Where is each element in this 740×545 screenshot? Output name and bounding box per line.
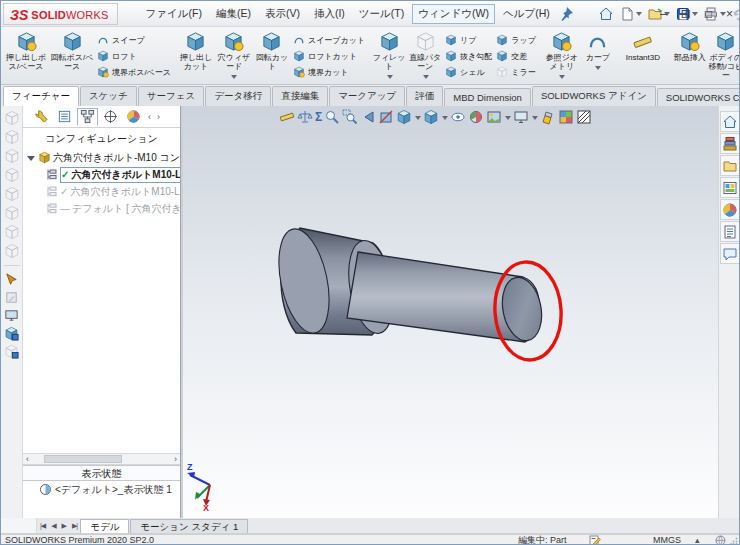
resize-grip[interactable] [730, 537, 738, 545]
new-dropdown-caret-icon[interactable] [636, 12, 642, 19]
insert-part-button[interactable]: 部品挿入 [672, 28, 708, 62]
configurationmanager-tab[interactable] [77, 108, 98, 126]
selection-tool-icon[interactable] [4, 272, 19, 287]
next-tab-icon[interactable]: ▶ [59, 522, 69, 530]
linear-pattern-button[interactable]: 直線パターン [407, 28, 443, 82]
tab-solidworks-addins[interactable]: SOLIDWORKS アドイン [532, 86, 656, 106]
close-button[interactable]: × [726, 7, 733, 21]
view-tool-cube-icon[interactable] [4, 129, 20, 145]
display-state-item[interactable]: <デフォルト>_表示状態 1 [23, 481, 180, 498]
annotation-tool-icon[interactable] [4, 290, 19, 305]
model-tab[interactable]: モデル [80, 519, 129, 533]
new-document-button[interactable] [617, 5, 644, 23]
fillet-caret-icon[interactable] [387, 75, 393, 82]
tab-markup[interactable]: マークアップ [329, 86, 405, 106]
menu-view[interactable]: 表示(V) [259, 4, 306, 24]
featuremanager-tab[interactable] [31, 108, 52, 126]
extrude-cut-button[interactable]: 押し出しカット [177, 28, 215, 71]
tree-item-config-default[interactable]: — デフォルト [ 六角穴付きボルト [23, 200, 180, 217]
tab-data-migration[interactable]: データ移行 [205, 86, 271, 106]
view-settings-caret-icon[interactable] [532, 116, 538, 123]
menu-tools[interactable]: ツール(T) [353, 4, 410, 24]
draft-button[interactable]: 抜き勾配 [443, 48, 494, 64]
view-settings-icon[interactable] [513, 109, 529, 125]
view-tool-cube-icon[interactable] [4, 110, 20, 126]
measure-icon[interactable] [279, 109, 295, 125]
view-tool-cube-icon[interactable] [4, 167, 20, 183]
motion-study-tab[interactable]: モーション スタディ 1 [130, 519, 248, 533]
view-tool-cube-icon[interactable] [4, 224, 20, 240]
first-tab-icon[interactable]: |◀ [37, 522, 48, 530]
tab-evaluate[interactable]: 評価 [406, 86, 443, 106]
display-states-header[interactable]: 表示状態 [23, 465, 180, 481]
menu-file[interactable]: ファイル(F) [140, 4, 208, 24]
tree-item-config-l32[interactable]: ✓ 六角穴付きボルトM10-L32 [23, 183, 180, 200]
display-style-caret-icon[interactable] [442, 116, 448, 123]
surface-body-icon[interactable] [4, 344, 19, 359]
boundary-boss-button[interactable]: 境界ボス/ベース [95, 64, 173, 80]
taskpane-custom-properties-tab[interactable] [720, 221, 740, 242]
menu-window[interactable]: ウィンドウ(W) [412, 4, 495, 24]
revolve-boss-button[interactable]: 回転ボス/ベース [49, 28, 95, 71]
sweep-button[interactable]: スイープ [95, 32, 173, 48]
propertymanager-tab[interactable] [54, 108, 75, 126]
taskpane-view-palette-tab[interactable] [720, 177, 740, 198]
maximize-button[interactable]: □ [705, 7, 712, 21]
view-orientation-caret-icon[interactable] [415, 116, 421, 123]
section-view-icon[interactable] [378, 109, 394, 125]
view-tool-cube-icon[interactable] [4, 205, 20, 221]
display-style-icon[interactable] [423, 109, 439, 125]
apply-scene-caret-icon[interactable] [505, 116, 511, 123]
curves-button[interactable]: カーブ [582, 28, 614, 73]
taskpane-design-library-tab[interactable] [720, 133, 740, 154]
mass-properties-icon[interactable] [297, 109, 313, 125]
menu-edit[interactable]: 編集(E) [210, 4, 257, 24]
displaymanager-tab[interactable] [123, 108, 144, 126]
edit-appearance-icon[interactable] [468, 109, 484, 125]
display-tool-icon[interactable] [4, 308, 19, 323]
taskpane-appearances-tab[interactable] [720, 199, 740, 220]
instant3d-button[interactable]: Instant3D [618, 28, 668, 62]
curves-caret-icon[interactable] [595, 66, 601, 73]
view-tool-cube-icon[interactable] [4, 243, 20, 259]
linear-pattern-caret-icon[interactable] [423, 75, 429, 82]
last-tab-icon[interactable]: ▶| [69, 522, 80, 530]
tab-solidworks-cam[interactable]: SOLIDWORKS CAM [657, 88, 740, 106]
loft-button[interactable]: ロフト [95, 48, 173, 64]
graphics-viewport[interactable]: Σ Z X [183, 106, 718, 518]
zoom-to-fit-icon[interactable] [324, 109, 340, 125]
tree-item-configurations-root[interactable]: 六角穴付きボルト-M10 コンフィギュレーシ [23, 149, 180, 166]
move-copy-body-button[interactable]: ボディの移動/コピー [708, 28, 740, 81]
shell-button[interactable]: シェル [443, 64, 494, 80]
restore-button[interactable]: ⊞ [681, 7, 691, 21]
solidworks-logo[interactable]: ЗS SOLIDWORKS [3, 3, 118, 25]
scrollbar-thumb[interactable] [44, 455, 122, 463]
tab-mbd-dimension[interactable]: MBD Dimension [444, 88, 531, 106]
apply-scene-icon[interactable] [486, 109, 502, 125]
manager-tabs-scroll-left-icon[interactable]: ‹ [146, 112, 153, 122]
tree-item-config-l30[interactable]: ✓六角穴付きボルトM10-L30 [23, 166, 180, 183]
hatching-icon[interactable] [576, 109, 592, 125]
reference-geometry-button[interactable]: 参照ジオメトリ [542, 28, 582, 82]
taskpane-home-tab[interactable] [720, 111, 740, 132]
reference-geometry-caret-icon[interactable] [559, 75, 565, 82]
revolve-cut-button[interactable]: 回転カット [253, 28, 291, 71]
active-config-row[interactable]: ✓六角穴付きボルトM10-L30 [60, 167, 180, 183]
taskpane-file-explorer-tab[interactable] [720, 155, 740, 176]
sweep-cut-button[interactable]: スイープカット [291, 32, 367, 48]
3d-drawing-view-icon[interactable] [540, 109, 556, 125]
scroll-right-icon[interactable]: › [171, 454, 180, 464]
view-tool-cube-icon[interactable] [4, 186, 20, 202]
minimize-button[interactable]: – [660, 7, 667, 21]
tab-features[interactable]: フィーチャー [3, 86, 79, 106]
loft-cut-button[interactable]: ロフトカット [291, 48, 367, 64]
panel-horizontal-scrollbar[interactable]: ‹ › [23, 453, 180, 465]
globe-icon[interactable] [715, 535, 726, 545]
manager-tabs-scroll-right-icon[interactable]: › [155, 112, 162, 122]
home-button[interactable] [596, 5, 616, 23]
solid-body-icon[interactable] [4, 326, 19, 341]
tab-surfaces[interactable]: サーフェス [138, 86, 204, 106]
units-caret-icon[interactable]: ▴ [695, 535, 700, 545]
view-tool-cube-icon[interactable] [4, 148, 20, 164]
mirror-button[interactable]: ミラー [494, 64, 538, 80]
